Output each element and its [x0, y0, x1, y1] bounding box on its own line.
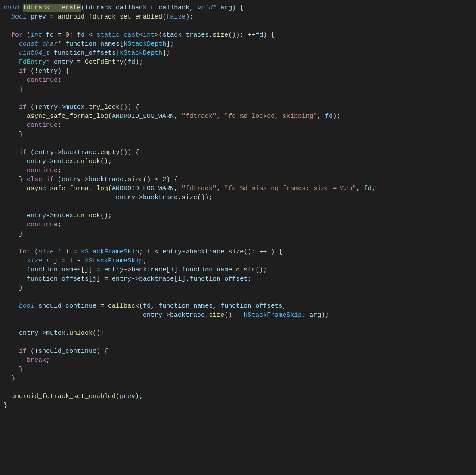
code-token: async_safe_format_log: [27, 185, 108, 192]
code-token: android_fdtrack_set_enabled: [11, 393, 116, 400]
code-token: [155, 4, 158, 12]
code-token: continue: [27, 221, 58, 228]
code-token: backtrace: [170, 312, 205, 319]
code-token: }: [3, 402, 7, 409]
code-token: ->: [162, 312, 170, 319]
code-token: () <: [143, 176, 162, 183]
code-token: [3, 13, 11, 21]
code-token: size_t: [27, 257, 50, 265]
code-token: }: [3, 230, 23, 238]
code-token: mutex: [54, 158, 73, 165]
code-token: [3, 49, 19, 57]
code-token: =: [58, 257, 69, 265]
code-token: unlock: [77, 212, 100, 219]
code-token: kStackFrameSkip: [244, 312, 302, 319]
code-token: [: [166, 266, 170, 274]
code-token: c_str: [236, 266, 255, 274]
code-token: char: [42, 40, 58, 48]
code-token: try_lock: [89, 104, 120, 111]
code-token: i: [65, 248, 69, 256]
code-token: ,: [216, 185, 224, 192]
code-token: size_t: [38, 248, 62, 256]
code-token: ->: [54, 149, 62, 156]
code-token: if: [19, 348, 27, 355]
code-token: function_name: [182, 266, 232, 274]
code-token: empty: [100, 149, 120, 156]
code-token: .: [178, 194, 182, 201]
code-token: ();: [100, 158, 112, 165]
code-token: void: [3, 4, 19, 12]
code-token: [50, 49, 54, 57]
code-token: fd: [364, 185, 371, 192]
code-token: .: [124, 176, 127, 183]
code-token: ] =: [89, 266, 104, 274]
code-token: ->: [182, 248, 189, 256]
code-token: function_offset: [189, 275, 247, 283]
code-token: ) {: [58, 68, 69, 75]
code-token: [: [120, 40, 124, 48]
code-token: [3, 194, 116, 201]
code-token: =: [46, 13, 58, 21]
code-token: if: [19, 68, 27, 75]
code-token: backtrace: [139, 275, 174, 283]
code-token: "fd %d missing frames: size = %zu": [224, 185, 356, 192]
code-token: [3, 248, 19, 256]
code-token: mutex: [46, 330, 65, 337]
code-token: entry: [27, 158, 46, 165]
code-token: j: [85, 266, 89, 274]
code-token: [: [116, 49, 120, 57]
code-token: ) {: [271, 248, 282, 256]
code-token: (: [124, 59, 127, 66]
code-token: (: [31, 248, 38, 256]
code-token: kStackDepth: [120, 49, 162, 57]
code-token: (: [27, 149, 34, 156]
code-token: [3, 212, 27, 219]
code-token: );: [333, 113, 340, 120]
code-token: >(: [155, 31, 162, 39]
code-token: j: [54, 257, 58, 265]
code-token: fd: [143, 302, 151, 310]
code-token: ,: [174, 113, 182, 120]
code-token: <: [85, 31, 96, 39]
code-token: ;: [46, 357, 50, 364]
code-token: ,: [151, 302, 158, 310]
code-token: [3, 122, 27, 129]
code-token: GetFdEntry: [85, 59, 124, 66]
code-token: entry: [116, 194, 135, 201]
code-token: );: [185, 13, 193, 21]
code-token: [3, 302, 19, 310]
code-token: ->: [46, 158, 54, 165]
code-token: [3, 59, 19, 66]
code-token: continue: [27, 77, 58, 84]
code-token: [3, 348, 19, 355]
code-token: i: [69, 257, 73, 265]
code-token: ] =: [96, 275, 112, 283]
code-token: );: [135, 393, 143, 400]
code-token: arg: [309, 312, 321, 319]
code-token: continue: [27, 122, 58, 129]
code-token: [3, 393, 11, 400]
code-token: ,: [356, 185, 364, 192]
code-token: }: [3, 284, 23, 292]
code-token: =: [96, 302, 108, 310]
code-token: [: [81, 266, 85, 274]
code-token: ();: [93, 330, 104, 337]
code-token: [34, 302, 38, 310]
code-token: }: [3, 131, 23, 138]
code-token: ());: [197, 194, 213, 201]
code-token: fdtrack_iterate: [23, 4, 81, 12]
code-token: break: [27, 357, 46, 364]
code-token: =: [54, 31, 65, 39]
code-token: ->: [46, 212, 54, 219]
code-token: ,: [302, 312, 309, 319]
code-token: ,: [174, 185, 182, 192]
code-token: ].: [182, 275, 189, 283]
code-token: 0: [65, 31, 69, 39]
code-block[interactable]: void fdtrack_iterate(fdtrack_callback_t …: [3, 3, 473, 410]
code-token: [3, 40, 19, 48]
code-token: entry: [54, 59, 73, 66]
code-token: entry: [143, 312, 162, 319]
code-token: entry: [34, 149, 54, 156]
code-token: ) {: [96, 348, 108, 355]
code-token: [3, 221, 27, 228]
